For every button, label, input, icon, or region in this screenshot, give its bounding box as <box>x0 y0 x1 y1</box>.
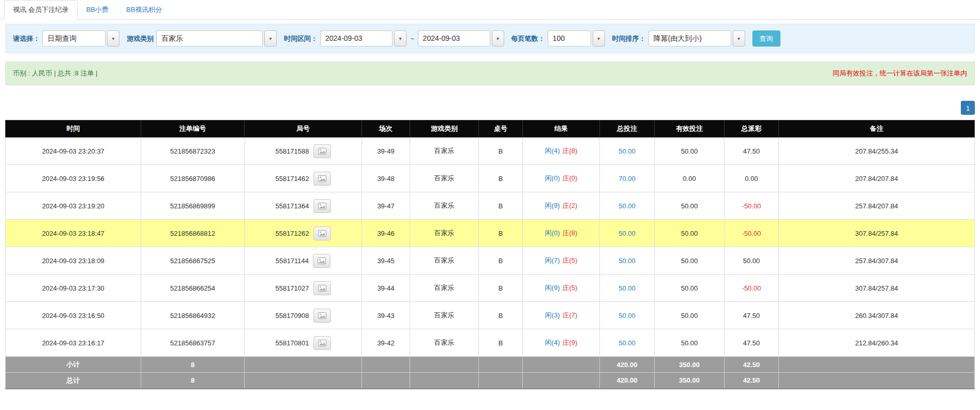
page-size-value[interactable]: 100 <box>548 31 591 47</box>
tab-bb-video-points[interactable]: BB视讯积分 <box>117 0 171 20</box>
page-1-button[interactable]: 1 <box>961 101 975 115</box>
query-type-select[interactable]: 日期查询 <box>42 31 119 47</box>
cell-table-no: B <box>479 165 523 192</box>
cell-bet-id: 521856868812 <box>141 220 245 247</box>
cell-total-bet[interactable]: 50.00 <box>600 138 655 165</box>
page-size-select[interactable]: 100 <box>548 31 605 47</box>
cell-total-bet[interactable]: 50.00 <box>600 220 655 247</box>
cell-time: 2024-09-03 23:19:20 <box>6 192 141 220</box>
round-replay-button[interactable] <box>313 172 331 186</box>
cell-result: 闲(0) 庄(0) <box>523 165 600 192</box>
banker-result: 庄(8) <box>563 229 578 238</box>
table-row: 2024-09-03 23:16:17 521856863757 5581708… <box>6 329 975 357</box>
sort-order-value[interactable]: 降冪(由大到小) <box>649 31 731 47</box>
banker-result: 庄(0) <box>563 174 578 183</box>
round-id-text: 558171144 <box>276 257 309 265</box>
game-type-value[interactable]: 百家乐 <box>156 31 263 47</box>
cell-remark: 307.84/257.84 <box>779 275 975 302</box>
cell-session: 39-43 <box>362 302 410 329</box>
sort-order-select[interactable]: 降冪(由大到小) <box>649 31 745 47</box>
chevron-down-icon[interactable] <box>264 31 277 47</box>
table-header-row: 时间 注单编号 局号 场次 游戏类别 桌号 结果 总投注 有效投注 总派彩 备注 <box>6 120 975 138</box>
cell-total-bet[interactable]: 50.00 <box>600 247 655 275</box>
header-result: 结果 <box>523 120 600 138</box>
banker-result: 庄(9) <box>563 338 578 347</box>
cell-game-type: 百家乐 <box>410 192 479 220</box>
pagination: 1 <box>5 101 975 115</box>
round-replay-button[interactable] <box>313 281 331 295</box>
image-icon <box>318 203 326 209</box>
cell-round-id: 558171027 <box>245 275 362 302</box>
query-type-value[interactable]: 日期查询 <box>42 31 105 47</box>
cell-total-bet[interactable]: 50.00 <box>600 329 655 357</box>
image-icon <box>318 230 326 237</box>
chevron-down-icon[interactable] <box>492 31 504 47</box>
game-type-label: 游戏类别 <box>127 34 154 43</box>
cell-game-type: 百家乐 <box>410 247 479 275</box>
cell-valid-bet: 50.00 <box>655 247 725 275</box>
chevron-down-icon[interactable] <box>593 31 605 47</box>
time-range-label: 时间区间： <box>284 34 318 43</box>
cell-remark: 307.84/257.84 <box>779 220 975 247</box>
tab-bb-tips[interactable]: BB小费 <box>78 0 117 20</box>
cell-payout: 47.50 <box>725 329 779 357</box>
cell-payout: -50.00 <box>725 192 779 220</box>
cell-bet-id: 521856869899 <box>141 192 245 220</box>
cell-time: 2024-09-03 23:20:37 <box>6 138 141 165</box>
date-to-select[interactable]: 2024-09-03 <box>418 31 504 47</box>
image-icon <box>318 285 326 292</box>
round-replay-button[interactable] <box>313 226 331 240</box>
chevron-down-icon[interactable] <box>733 31 745 47</box>
date-from-value[interactable]: 2024-09-03 <box>320 31 393 47</box>
cell-round-id: 558170801 <box>245 329 362 357</box>
cell-time: 2024-09-03 23:18:09 <box>6 247 141 275</box>
banker-result: 庄(7) <box>563 311 578 320</box>
date-to-value[interactable]: 2024-09-03 <box>418 31 490 47</box>
header-time: 时间 <box>6 120 141 138</box>
cell-game-type: 百家乐 <box>410 275 479 302</box>
round-replay-button[interactable] <box>313 309 331 323</box>
cell-payout: -50.00 <box>725 220 779 247</box>
date-from-select[interactable]: 2024-09-03 <box>320 31 406 47</box>
cell-total-bet[interactable]: 50.00 <box>600 192 655 220</box>
cell-table-no: B <box>479 192 523 220</box>
cell-total-bet[interactable]: 50.00 <box>600 275 655 302</box>
round-replay-button[interactable] <box>313 199 331 213</box>
cell-game-type: 百家乐 <box>410 302 479 329</box>
cell-remark: 212.84/260.34 <box>779 329 975 357</box>
game-type-select[interactable]: 百家乐 <box>156 31 277 47</box>
cell-session: 39-47 <box>362 192 410 220</box>
player-result: 闲(3) <box>545 311 560 320</box>
banker-result: 庄(2) <box>563 201 578 210</box>
table-row: 2024-09-03 23:19:56 521856870986 5581714… <box>6 165 975 192</box>
cell-total-bet[interactable]: 50.00 <box>600 302 655 329</box>
player-result: 闲(4) <box>545 338 560 347</box>
chevron-down-icon[interactable] <box>107 31 119 47</box>
cell-table-no: B <box>479 220 523 247</box>
round-replay-button[interactable] <box>313 336 331 350</box>
cell-time: 2024-09-03 23:16:17 <box>6 329 141 357</box>
sort-order-label: 时间排序： <box>612 34 646 43</box>
cell-result: 闲(7) 庄(5) <box>523 247 600 275</box>
header-remark: 备注 <box>779 120 975 138</box>
round-replay-button[interactable] <box>313 254 330 268</box>
cell-session: 39-42 <box>362 329 410 357</box>
header-session: 场次 <box>362 120 410 138</box>
table-row: 2024-09-03 23:19:20 521856869899 5581713… <box>6 192 975 220</box>
subtotal-label: 小计 <box>6 357 141 373</box>
cell-game-type: 百家乐 <box>410 165 479 192</box>
image-icon <box>318 175 326 182</box>
query-button[interactable]: 查询 <box>752 31 780 47</box>
cell-session: 39-49 <box>362 138 410 165</box>
cell-table-no: B <box>479 302 523 329</box>
cell-bet-id: 521856866254 <box>141 275 245 302</box>
round-replay-button[interactable] <box>313 144 331 158</box>
total-total-bet: 420.00 <box>600 373 655 389</box>
chevron-down-icon[interactable] <box>394 31 406 47</box>
cell-valid-bet: 50.00 <box>655 138 725 165</box>
cell-round-id: 558171144 <box>245 247 362 275</box>
tab-video-bet-records[interactable]: 视讯 会员下注纪录 <box>4 0 78 20</box>
cell-valid-bet: 50.00 <box>655 220 725 247</box>
cell-total-bet[interactable]: 70.00 <box>600 165 655 192</box>
header-payout: 总派彩 <box>725 120 779 138</box>
